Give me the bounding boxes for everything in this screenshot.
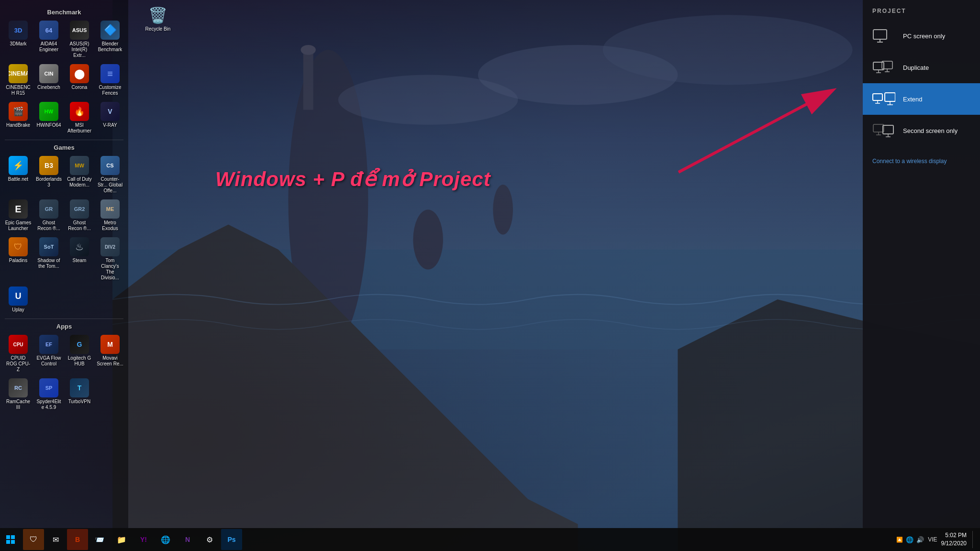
divider-2 <box>5 319 123 319</box>
taskbar-network-icon[interactable]: 🌐 <box>906 536 913 543</box>
taskbar-edge-icon[interactable]: 🌐 <box>155 529 176 550</box>
svg-point-7 <box>413 209 443 269</box>
duplicate-icon <box>872 60 895 75</box>
icon-shadow-of-tomb[interactable]: SoT Shadow of the Tom... <box>34 235 63 283</box>
svg-rect-3 <box>303 50 313 110</box>
svg-rect-37 <box>6 540 10 544</box>
extend-label: Extend <box>903 96 922 103</box>
taskbar-yahoo-icon[interactable]: Y! <box>133 529 154 550</box>
project-duplicate[interactable]: Duplicate <box>863 52 980 83</box>
taskbar-mail-icon[interactable]: ✉ <box>45 529 66 550</box>
taskbar: 🛡 ✉ B 📨 📁 Y! 🌐 <box>0 528 980 551</box>
icon-customize-fences[interactable]: ≡ Customize Fences <box>96 62 124 98</box>
taskbar-onenote-icon[interactable]: N <box>177 529 198 550</box>
icon-cinebench-r15[interactable]: CINEMA CINEBENCH R15 <box>4 62 33 98</box>
icon-tom-clancys[interactable]: DIV2 Tom Clancy's The Divisio... <box>96 235 124 283</box>
annotation-text: Windows + P để mở Project <box>215 167 491 191</box>
icon-steam[interactable]: ♨ Steam <box>65 235 94 283</box>
taskbar-volume-icon[interactable]: 🔊 <box>916 536 924 543</box>
duplicate-label: Duplicate <box>903 64 929 71</box>
windows-logo-icon <box>6 535 15 544</box>
icon-corona[interactable]: ⬤ Corona <box>65 62 94 98</box>
svg-rect-36 <box>11 535 15 539</box>
taskbar-bitdefender-icon[interactable]: B <box>67 529 88 550</box>
icon-battlenet[interactable]: ⚡ Battle.net <box>4 154 33 196</box>
games-icon-grid: ⚡ Battle.net B3 Borderlands 3 MW Call of… <box>5 154 123 315</box>
games-group-title: Games <box>5 144 123 151</box>
benchmark-icon-grid: 3D 3DMark 64 AIDA64 Engineer ASUS ASUS(R… <box>5 19 123 136</box>
project-second-screen-only[interactable]: Second screen only <box>863 115 980 146</box>
taskbar-time-date[interactable]: 5:02 PM 9/12/2020 <box>941 531 967 548</box>
icon-cinebench[interactable]: CIN Cinebench <box>34 62 63 98</box>
benchmark-group-title: Benchmark <box>5 9 123 16</box>
apps-group-title: Apps <box>5 323 123 330</box>
recycle-bin-label: Recycle Bin <box>145 26 171 32</box>
icon-ghost-recon-1[interactable]: GR Ghost Recon ®... <box>34 198 63 233</box>
icon-handbrake[interactable]: 🎬 HandBrake <box>4 100 33 136</box>
svg-rect-26 <box>885 93 895 101</box>
svg-point-4 <box>301 45 316 55</box>
taskbar-photoshop-icon[interactable]: Ps <box>221 529 242 550</box>
icon-cpuid[interactable]: CPU CPUID ROG CPU-Z <box>4 333 33 375</box>
svg-point-8 <box>493 185 513 234</box>
project-extend[interactable]: Extend <box>863 83 980 115</box>
second-screen-icon <box>872 123 895 138</box>
apps-icon-grid: CPU CPUID ROG CPU-Z EF EVGA Flow Control… <box>5 333 123 412</box>
divider-1 <box>5 140 123 140</box>
recycle-bin-icon[interactable]: 🗑️ Recycle Bin <box>139 2 177 36</box>
icon-paladins[interactable]: 🛡 Paladins <box>4 235 33 283</box>
svg-point-11 <box>338 75 518 125</box>
project-pc-screen-only[interactable]: PC screen only <box>863 20 980 52</box>
icon-epic-games[interactable]: E Epic Games Launcher <box>4 198 33 233</box>
svg-rect-32 <box>883 125 893 134</box>
pc-screen-only-label: PC screen only <box>903 33 945 40</box>
icon-msi-afterburner[interactable]: 🔥 MSI Afterburner <box>65 100 94 136</box>
svg-rect-35 <box>6 535 10 539</box>
svg-rect-23 <box>873 94 882 100</box>
icon-3dmark[interactable]: 3D 3DMark <box>4 19 33 60</box>
taskbar-explorer-icon[interactable]: 📁 <box>111 529 132 550</box>
svg-rect-29 <box>873 124 884 132</box>
icon-asus[interactable]: ASUS ASUS(R) Intel(R) Extr... <box>65 19 94 60</box>
icon-ramcache[interactable]: RC RamCache III <box>4 376 33 412</box>
svg-rect-14 <box>873 30 887 39</box>
taskbar-pinned-icons: 🛡 ✉ B 📨 📁 Y! 🌐 <box>21 529 896 550</box>
icon-aida64[interactable]: 64 AIDA64 Engineer <box>34 19 63 60</box>
project-panel: PROJECT PC screen only Duplicate <box>863 0 980 528</box>
connect-wireless-link[interactable]: Connect to a wireless display <box>863 150 980 172</box>
project-panel-title: PROJECT <box>863 0 980 20</box>
taskbar-defender-icon[interactable]: 🛡 <box>23 529 44 550</box>
second-screen-only-label: Second screen only <box>903 127 958 134</box>
extend-icon <box>872 92 895 106</box>
taskbar-show-desktop[interactable] <box>972 531 974 548</box>
icon-spyder4elite[interactable]: SP Spyder4Elite 4.5.9 <box>34 376 63 412</box>
icon-uplay[interactable]: U Uplay <box>4 285 33 315</box>
taskbar-chevron-icon[interactable]: 🔼 <box>896 537 903 543</box>
icon-movavi[interactable]: M Movavi Screen Re... <box>96 333 124 375</box>
taskbar-time: 5:02 PM <box>941 531 967 540</box>
taskbar-settings-icon[interactable]: ⚙ <box>199 529 220 550</box>
icon-borderlands3[interactable]: B3 Borderlands 3 <box>34 154 63 196</box>
icon-ghost-recon-2[interactable]: GR2 Ghost Recon ®... <box>65 198 94 233</box>
recycle-bin-img: 🗑️ <box>148 6 167 25</box>
icon-evga-flow[interactable]: EF EVGA Flow Control <box>34 333 63 375</box>
taskbar-date: 9/12/2020 <box>941 540 967 548</box>
icon-vray[interactable]: V V-RAY <box>96 100 124 136</box>
pc-screen-icon <box>872 29 895 43</box>
icon-logitech-ghub[interactable]: G Logitech G HUB <box>65 333 94 375</box>
icon-csgo[interactable]: CS Counter-Str... Global Offe... <box>96 154 124 196</box>
icon-cod-modern[interactable]: MW Call of Duty Modern... <box>65 154 94 196</box>
desktop-left-panel: Benchmark 3D 3DMark 64 AIDA64 Engineer A… <box>0 0 128 528</box>
svg-rect-38 <box>11 540 15 544</box>
taskbar-telegram-icon[interactable]: 📨 <box>89 529 110 550</box>
icon-turbovpn[interactable]: T TurboVPN <box>65 376 94 412</box>
taskbar-lang-label[interactable]: VIE <box>928 536 937 543</box>
desktop: 🗑️ Recycle Bin Windows + P để mở Project… <box>0 0 980 551</box>
start-button[interactable] <box>0 529 21 550</box>
icon-hwinfo64[interactable]: HW HWiNFO64 <box>34 100 63 136</box>
svg-point-10 <box>603 15 853 85</box>
taskbar-right-area: 🔼 🌐 🔊 VIE 5:02 PM 9/12/2020 <box>896 531 980 548</box>
icon-metro-exodus[interactable]: ME Metro Exodus <box>96 198 124 233</box>
icon-blender[interactable]: 🔷 Blender Benchmark <box>96 19 124 60</box>
taskbar-system-icons: 🔼 🌐 🔊 <box>896 536 924 543</box>
